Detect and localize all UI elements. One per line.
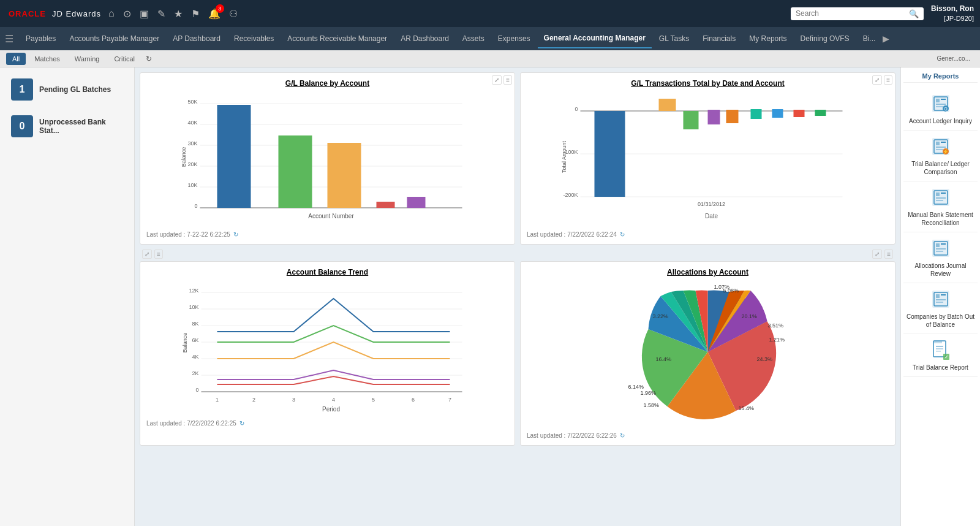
svg-rect-13 (217, 105, 251, 208)
svg-rect-102 (936, 294, 940, 298)
search-box[interactable]: 🔍 (791, 7, 924, 20)
nav-financials[interactable]: Financials (696, 29, 742, 48)
account-ledger-label: Account Ledger Inquiry (909, 117, 972, 125)
svg-rect-90 (936, 192, 940, 196)
gl-transactions-menu-icon[interactable]: ≡ (884, 75, 892, 85)
svg-text:5: 5 (372, 397, 375, 403)
nav-ar-manager[interactable]: Accounts Receivable Manager (281, 29, 393, 48)
trial-balance-comparison-icon: ⚡ (930, 135, 952, 158)
right-panel: My Reports Q Account Ledger Inquiry (900, 67, 980, 526)
gl-balance-last-updated: Last updated : 7-22-22 6:22:25 (146, 231, 230, 238)
gl-balance-menu-icon[interactable]: ≡ (503, 75, 512, 85)
nav-ar-dashboard[interactable]: AR Dashboard (394, 29, 455, 48)
gl-transactions-expand-icon[interactable]: ⤢ (872, 75, 882, 85)
svg-rect-98 (936, 248, 946, 250)
svg-text:3: 3 (292, 397, 295, 403)
sub-refresh-icon[interactable]: ↻ (146, 55, 152, 63)
notification-icon[interactable]: 🔔 3 (208, 8, 221, 20)
svg-text:8K: 8K (192, 321, 198, 327)
my-reports-header: My Reports (903, 72, 978, 83)
row2-controls: ⤢ ≡ ⤢ ≡ (140, 250, 895, 259)
svg-rect-16 (377, 202, 395, 208)
nav-ap-dashboard[interactable]: AP Dashboard (167, 29, 227, 48)
gl-balance-expand-icon[interactable]: ⤢ (492, 75, 502, 85)
sub-bar: All Matches Warning Critical ↻ Gener...c… (0, 50, 980, 67)
star-icon[interactable]: ★ (174, 8, 183, 20)
search-input[interactable] (796, 9, 906, 18)
top-bar: ORACLE JD Edwards ⌂ ⊙ ▣ ✎ ★ ⚑ 🔔 3 ⚇ 🔍 Bi… (0, 0, 980, 27)
svg-rect-75 (941, 99, 946, 100)
allocations-title: Allocations by Account (527, 268, 889, 276)
flag-icon[interactable]: ⚑ (191, 8, 200, 20)
row2-left-menu[interactable]: ≡ (154, 250, 163, 259)
svg-text:Total Amount: Total Amount (561, 140, 567, 173)
svg-text:3.22%: 3.22% (653, 313, 669, 319)
account-balance-trend-refresh-icon[interactable]: ↻ (239, 420, 244, 427)
nav-bi[interactable]: Bi... (857, 29, 882, 48)
home-icon[interactable]: ⌂ (108, 8, 115, 19)
nav-payables[interactable]: Payables (20, 29, 62, 48)
nav-expenses[interactable]: Expenses (492, 29, 537, 48)
nav-ap-manager[interactable]: Accounts Payable Manager (63, 29, 165, 48)
nav-general-accounting[interactable]: General Accounting Manager (538, 29, 652, 48)
nav-assets[interactable]: Assets (456, 29, 491, 48)
allocations-journal-label: Allocations Journal Review (906, 262, 975, 278)
trial-balance-report-icon: ✓ (930, 339, 952, 361)
top-nav-icons: ⌂ ⊙ ▣ ✎ ★ ⚑ 🔔 3 ⚇ (108, 8, 238, 20)
shortcut-allocations-journal[interactable]: Allocations Journal Review (903, 232, 978, 283)
subtab-matches[interactable]: Matches (28, 53, 66, 65)
subtab-warning[interactable]: Warning (69, 53, 106, 65)
gl-balance-refresh-icon[interactable]: ↻ (233, 231, 238, 238)
subtab-all[interactable]: All (6, 53, 26, 65)
shortcut-account-ledger[interactable]: Q Account Ledger Inquiry (903, 88, 978, 131)
row2-right-expand[interactable]: ⤢ (872, 250, 882, 259)
image-icon[interactable]: ▣ (140, 8, 149, 20)
pending-gl-count: 1 (11, 78, 33, 101)
users-icon[interactable]: ⚇ (229, 8, 238, 20)
shortcut-trial-balance-report[interactable]: ✓ Trial Balance Report (903, 334, 978, 377)
shortcut-companies-batch[interactable]: Companies by Batch Out of Balance (903, 283, 978, 334)
nav-next-arrow[interactable]: ▶ (883, 34, 889, 44)
metric-unprocessed-bank[interactable]: 0 Unprocessed Bank Stat... (6, 110, 128, 142)
trial-balance-comparison-label: Trial Balance/ Ledger Comparison (906, 160, 975, 176)
row2-left-expand[interactable]: ⤢ (142, 250, 152, 259)
search-icon: 🔍 (909, 9, 919, 18)
manual-bank-label: Manual Bank Statement Reconciliation (906, 211, 975, 227)
nav-gl-tasks[interactable]: GL Tasks (653, 29, 695, 48)
clock-icon[interactable]: ⊙ (123, 8, 131, 20)
nav-my-reports[interactable]: My Reports (743, 29, 793, 48)
allocations-refresh-icon[interactable]: ↻ (620, 432, 625, 439)
svg-text:1.96%: 1.96% (641, 390, 657, 396)
trial-balance-report-label: Trial Balance Report (913, 364, 968, 372)
gl-balance-footer: Last updated : 7-22-22 6:22:25 ↻ (146, 231, 508, 238)
gl-transactions-chart-area: 0 -100K -200K Total Amount (527, 93, 889, 227)
svg-rect-15 (328, 143, 361, 208)
svg-rect-104 (936, 299, 946, 300)
unprocessed-bank-count: 0 (11, 115, 33, 137)
account-balance-trend-svg: 12K 10K 8K 6K 4K 2K 0 Balance (146, 281, 508, 416)
subtab-critical[interactable]: Critical (108, 53, 141, 65)
svg-text:10K: 10K (187, 182, 197, 188)
nav-receivables[interactable]: Receivables (228, 29, 280, 48)
svg-text:01/31/2012: 01/31/2012 (698, 201, 725, 207)
main-layout: 1 Pending GL Batches 0 Unprocessed Bank … (0, 67, 980, 526)
notification-badge: 3 (216, 4, 224, 13)
svg-text:7: 7 (448, 397, 451, 403)
gl-transactions-footer: Last updated : 7/22/2022 6:22:24 ↻ (527, 231, 889, 238)
edit-icon[interactable]: ✎ (157, 8, 165, 20)
row2-right-menu[interactable]: ≡ (884, 250, 893, 259)
account-balance-trend-title: Account Balance Trend (146, 268, 508, 276)
gl-balance-controls: ⤢ ≡ (492, 75, 512, 85)
gl-transactions-refresh-icon[interactable]: ↻ (620, 231, 625, 238)
svg-text:5.08%: 5.08% (723, 288, 739, 294)
svg-rect-29 (708, 110, 720, 124)
svg-rect-74 (936, 99, 940, 102)
shortcut-manual-bank[interactable]: Manual Bank Statement Reconciliation (903, 181, 978, 232)
shortcut-trial-balance-comparison[interactable]: ⚡ Trial Balance/ Ledger Comparison (903, 131, 978, 181)
nav-defining-ovfs[interactable]: Defining OVFS (794, 29, 856, 48)
svg-text:50K: 50K (187, 99, 197, 105)
svg-text:Period: Period (322, 406, 340, 413)
svg-text:3.51%: 3.51% (768, 322, 784, 329)
metric-pending-gl[interactable]: 1 Pending GL Batches (6, 74, 128, 105)
hamburger-icon[interactable]: ☰ (5, 33, 13, 45)
